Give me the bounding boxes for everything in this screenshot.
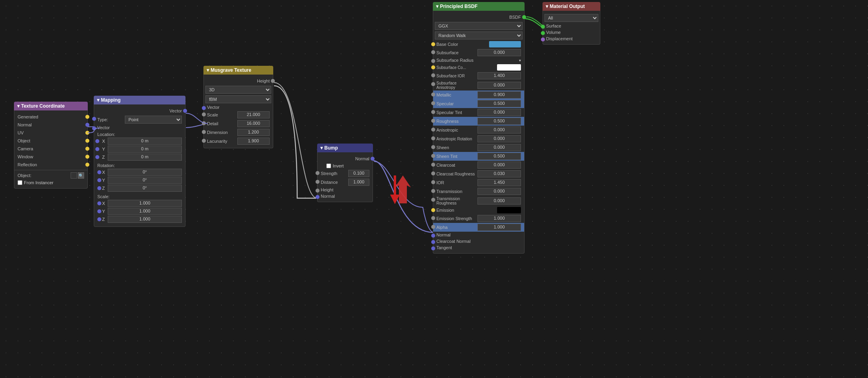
subsurface-radius-socket[interactable] [431,59,435,63]
loc-z-socket[interactable] [95,155,99,159]
clearcoat-normal-socket[interactable] [431,240,435,244]
rot-z-value[interactable]: 0° [108,185,182,192]
loc-x-value[interactable]: 0 m [108,138,182,145]
scale-z-value[interactable]: 1.000 [108,216,182,223]
object-socket[interactable] [85,139,89,143]
type-dropdown-row[interactable]: fBM [204,94,273,104]
from-instancer-checkbox[interactable] [18,180,22,185]
uv-socket[interactable] [85,131,89,135]
texture-coordinate-node[interactable]: ▾ Texture Coordinate Generated Normal UV… [14,102,88,189]
collapse-icon[interactable]: ▾ [207,67,209,73]
collapse-icon[interactable]: ▾ [97,97,99,103]
ior-socket[interactable] [431,180,435,184]
dimension-dropdown[interactable]: 3D [205,86,271,94]
type-dropdown[interactable]: Point [125,116,182,124]
strength-socket[interactable] [316,171,320,175]
height-out-socket[interactable] [271,79,275,83]
material-output-node[interactable]: ▾ Material Output All Surface Volume [542,2,600,45]
specular-tint-socket[interactable] [431,110,435,114]
rot-x-value[interactable]: 0° [108,169,182,176]
subsurface-co-socket[interactable] [431,65,435,69]
loc-y-socket[interactable] [95,147,99,151]
camera-socket[interactable] [85,147,89,151]
anisotropic-rotation-socket[interactable] [431,136,435,140]
detail-value[interactable]: 16.000 [237,120,270,127]
loc-x-socket[interactable] [95,139,99,143]
lacunarity-value[interactable]: 1.900 [237,138,270,145]
random-walk-row[interactable]: Random Walk [433,31,524,40]
surface-socket[interactable] [541,25,545,29]
distance-value[interactable]: 1.000 [348,179,369,186]
volume-socket[interactable] [541,31,545,35]
lacunarity-in-socket[interactable] [202,139,206,143]
displacement-socket[interactable] [541,37,545,41]
dim-dropdown-row[interactable]: 3D [204,85,273,94]
vector-in-socket[interactable] [92,126,96,130]
strength-value[interactable]: 0.100 [348,170,369,177]
object-color-swatch[interactable] [71,172,77,179]
roughness-socket[interactable] [431,119,435,123]
window-socket[interactable] [85,155,89,159]
type-in-socket[interactable] [92,117,96,121]
distance-socket[interactable] [316,180,320,184]
emission-swatch[interactable] [497,207,521,213]
subsurface-radius-dropdown-indicator[interactable]: ▾ [519,58,521,63]
musgrave-texture-node[interactable]: ▾ Musgrave Texture Height 3D fBM [203,66,273,148]
mapping-node[interactable]: ▾ Mapping Vector Type: Point Vector [94,96,185,227]
clearcoat-roughness-socket[interactable] [431,171,435,175]
musgrave-header: ▾ Musgrave Texture [203,66,273,75]
collapse-icon[interactable]: ▾ [320,145,323,151]
fbm-dropdown[interactable]: fBM [205,95,271,103]
object-picker-button[interactable]: 🔍 [78,172,84,179]
collapse-icon[interactable]: ▾ [546,4,548,9]
vector-out-socket[interactable] [183,109,187,113]
scale-x-value[interactable]: 1.000 [108,200,182,207]
invert-checkbox[interactable] [326,163,331,168]
collapse-icon[interactable]: ▾ [17,103,20,109]
target-row[interactable]: All [543,13,600,23]
subsurface-anisotropy-socket[interactable] [431,82,435,86]
base-color-socket[interactable] [431,42,435,46]
subsurface-co-swatch[interactable] [497,64,521,71]
normal-in-socket[interactable] [316,195,320,199]
loc-y-value[interactable]: 0 m [108,146,182,153]
normal-input-socket[interactable] [431,234,435,238]
clearcoat-socket[interactable] [431,163,435,167]
subsurface-ior-socket[interactable] [431,73,435,77]
normal-socket[interactable] [85,123,89,127]
emission-strength-socket[interactable] [431,216,435,220]
height-socket[interactable] [316,189,320,193]
scale-in-socket[interactable] [202,112,206,116]
random-walk-dropdown[interactable]: Random Walk [435,32,523,39]
normal-out-socket[interactable] [371,157,375,161]
collapse-icon[interactable]: ▾ [436,4,438,9]
base-color-swatch[interactable] [489,41,521,47]
ggx-row[interactable]: GGX [433,21,524,31]
scale-value[interactable]: 21.000 [237,111,270,118]
alpha-socket[interactable] [431,225,435,229]
loc-z-value[interactable]: 0 m [108,154,182,161]
sheen-tint-socket[interactable] [431,154,435,158]
transmission-roughness-socket[interactable] [431,198,435,202]
ggx-dropdown[interactable]: GGX [435,22,523,30]
vector-in-socket[interactable] [202,106,206,110]
generated-socket[interactable] [85,115,89,119]
detail-in-socket[interactable] [202,121,206,125]
tangent-socket[interactable] [431,246,435,250]
target-dropdown[interactable]: All [544,14,598,22]
reflection-socket[interactable] [85,163,89,167]
rot-y-value[interactable]: 0° [108,177,182,184]
sheen-socket[interactable] [431,145,435,149]
emission-socket[interactable] [431,208,435,212]
specular-socket[interactable] [431,101,435,105]
transmission-socket[interactable] [431,189,435,193]
bump-node[interactable]: ▾ Bump Normal Invert Strength 0.100 [317,144,373,202]
anisotropic-socket[interactable] [431,128,435,132]
dimension-in-socket[interactable] [202,130,206,134]
metallic-socket[interactable] [431,93,435,96]
dimension-value[interactable]: 1.200 [237,129,270,136]
bsdf-out-socket[interactable] [522,15,526,19]
principled-bsdf-node[interactable]: ▾ Principled BSDF BSDF GGX Random Walk [433,2,525,254]
subsurface-socket[interactable] [431,50,435,54]
scale-y-value[interactable]: 1.000 [108,208,182,215]
